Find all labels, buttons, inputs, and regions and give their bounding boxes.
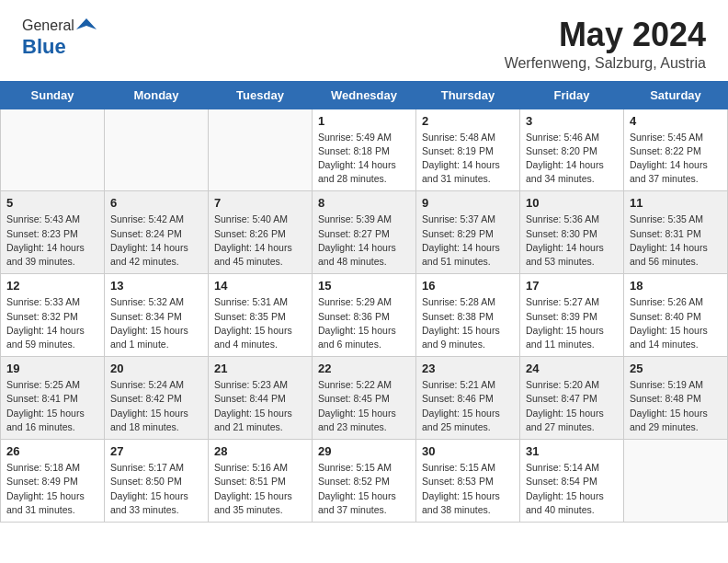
calendar-cell: 31Sunrise: 5:14 AMSunset: 8:54 PMDayligh… (520, 440, 624, 523)
day-number: 31 (526, 444, 618, 458)
day-number: 7 (214, 196, 306, 210)
calendar-header-monday: Monday (105, 81, 209, 109)
calendar-cell: 14Sunrise: 5:31 AMSunset: 8:35 PMDayligh… (209, 274, 313, 357)
day-info: Sunrise: 5:17 AMSunset: 8:50 PMDaylight:… (110, 461, 202, 517)
calendar-cell: 10Sunrise: 5:36 AMSunset: 8:30 PMDayligh… (520, 191, 624, 274)
calendar-cell: 28Sunrise: 5:16 AMSunset: 8:51 PMDayligh… (209, 440, 313, 523)
day-number: 3 (526, 114, 618, 128)
calendar-cell: 13Sunrise: 5:32 AMSunset: 8:34 PMDayligh… (105, 274, 209, 357)
day-info: Sunrise: 5:27 AMSunset: 8:39 PMDaylight:… (526, 295, 618, 351)
day-number: 12 (6, 279, 98, 293)
day-number: 5 (6, 196, 98, 210)
logo-text-blue: Blue (22, 35, 66, 58)
calendar-cell: 8Sunrise: 5:39 AMSunset: 8:27 PMDaylight… (313, 191, 416, 274)
calendar-cell: 17Sunrise: 5:27 AMSunset: 8:39 PMDayligh… (520, 274, 624, 357)
day-info: Sunrise: 5:49 AMSunset: 8:18 PMDaylight:… (318, 131, 410, 187)
calendar-week-row: 1Sunrise: 5:49 AMSunset: 8:18 PMDaylight… (1, 109, 728, 191)
day-number: 14 (214, 279, 306, 293)
calendar-cell: 7Sunrise: 5:40 AMSunset: 8:26 PMDaylight… (209, 191, 313, 274)
calendar-cell: 4Sunrise: 5:45 AMSunset: 8:22 PMDaylight… (624, 109, 728, 191)
calendar-header-friday: Friday (520, 81, 624, 109)
day-number: 25 (630, 362, 722, 375)
day-number: 23 (422, 362, 514, 375)
day-info: Sunrise: 5:40 AMSunset: 8:26 PMDaylight:… (214, 213, 306, 269)
calendar-cell: 5Sunrise: 5:43 AMSunset: 8:23 PMDaylight… (1, 191, 105, 274)
calendar-week-row: 5Sunrise: 5:43 AMSunset: 8:23 PMDaylight… (1, 191, 728, 274)
day-number: 21 (214, 362, 306, 375)
calendar-cell (105, 109, 209, 191)
calendar-header-wednesday: Wednesday (313, 81, 416, 109)
day-info: Sunrise: 5:29 AMSunset: 8:36 PMDaylight:… (318, 295, 410, 351)
calendar-cell (624, 440, 728, 523)
day-number: 17 (526, 279, 618, 293)
calendar-cell: 24Sunrise: 5:20 AMSunset: 8:47 PMDayligh… (520, 357, 624, 440)
calendar-cell: 12Sunrise: 5:33 AMSunset: 8:32 PMDayligh… (1, 274, 105, 357)
calendar-header-tuesday: Tuesday (209, 81, 313, 109)
day-info: Sunrise: 5:15 AMSunset: 8:53 PMDaylight:… (422, 461, 514, 517)
calendar-cell: 23Sunrise: 5:21 AMSunset: 8:46 PMDayligh… (416, 357, 520, 440)
calendar-cell: 26Sunrise: 5:18 AMSunset: 8:49 PMDayligh… (1, 440, 105, 523)
day-info: Sunrise: 5:15 AMSunset: 8:52 PMDaylight:… (318, 461, 410, 517)
day-info: Sunrise: 5:14 AMSunset: 8:54 PMDaylight:… (526, 461, 618, 517)
day-info: Sunrise: 5:24 AMSunset: 8:42 PMDaylight:… (110, 378, 202, 434)
logo-text-general: General (22, 17, 74, 34)
calendar-cell: 2Sunrise: 5:48 AMSunset: 8:19 PMDaylight… (416, 109, 520, 191)
day-info: Sunrise: 5:32 AMSunset: 8:34 PMDaylight:… (110, 295, 202, 351)
calendar-cell: 3Sunrise: 5:46 AMSunset: 8:20 PMDaylight… (520, 109, 624, 191)
day-info: Sunrise: 5:45 AMSunset: 8:22 PMDaylight:… (630, 131, 722, 187)
calendar-cell: 22Sunrise: 5:22 AMSunset: 8:45 PMDayligh… (313, 357, 416, 440)
calendar-table: SundayMondayTuesdayWednesdayThursdayFrid… (0, 81, 728, 523)
day-info: Sunrise: 5:31 AMSunset: 8:35 PMDaylight:… (214, 295, 306, 351)
calendar-cell: 1Sunrise: 5:49 AMSunset: 8:18 PMDaylight… (313, 109, 416, 191)
calendar-header-thursday: Thursday (416, 81, 520, 109)
day-info: Sunrise: 5:19 AMSunset: 8:48 PMDaylight:… (630, 378, 722, 434)
day-number: 22 (318, 362, 410, 375)
day-info: Sunrise: 5:37 AMSunset: 8:29 PMDaylight:… (422, 213, 514, 269)
day-number: 26 (6, 444, 98, 458)
calendar-cell: 27Sunrise: 5:17 AMSunset: 8:50 PMDayligh… (105, 440, 209, 523)
calendar-cell (1, 109, 105, 191)
calendar-cell: 9Sunrise: 5:37 AMSunset: 8:29 PMDaylight… (416, 191, 520, 274)
day-info: Sunrise: 5:20 AMSunset: 8:47 PMDaylight:… (526, 378, 618, 434)
day-info: Sunrise: 5:46 AMSunset: 8:20 PMDaylight:… (526, 131, 618, 187)
calendar-header-row: SundayMondayTuesdayWednesdayThursdayFrid… (1, 81, 728, 109)
day-number: 1 (318, 114, 410, 128)
calendar-cell: 19Sunrise: 5:25 AMSunset: 8:41 PMDayligh… (1, 357, 105, 440)
day-number: 15 (318, 279, 410, 293)
day-info: Sunrise: 5:28 AMSunset: 8:38 PMDaylight:… (422, 295, 514, 351)
main-title: May 2024 (505, 17, 706, 53)
calendar-week-row: 26Sunrise: 5:18 AMSunset: 8:49 PMDayligh… (1, 440, 728, 523)
calendar-cell: 18Sunrise: 5:26 AMSunset: 8:40 PMDayligh… (624, 274, 728, 357)
logo: General Blue (22, 17, 97, 59)
day-number: 27 (110, 444, 202, 458)
day-number: 20 (110, 362, 202, 375)
day-info: Sunrise: 5:25 AMSunset: 8:41 PMDaylight:… (6, 378, 98, 434)
calendar-cell: 11Sunrise: 5:35 AMSunset: 8:31 PMDayligh… (624, 191, 728, 274)
calendar-cell: 29Sunrise: 5:15 AMSunset: 8:52 PMDayligh… (313, 440, 416, 523)
day-info: Sunrise: 5:18 AMSunset: 8:49 PMDaylight:… (6, 461, 98, 517)
calendar-cell: 20Sunrise: 5:24 AMSunset: 8:42 PMDayligh… (105, 357, 209, 440)
calendar-cell (209, 109, 313, 191)
logo-bird-icon (76, 17, 97, 37)
day-number: 24 (526, 362, 618, 375)
day-info: Sunrise: 5:21 AMSunset: 8:46 PMDaylight:… (422, 378, 514, 434)
day-number: 6 (110, 196, 202, 210)
day-info: Sunrise: 5:35 AMSunset: 8:31 PMDaylight:… (630, 213, 722, 269)
day-number: 16 (422, 279, 514, 293)
day-number: 8 (318, 196, 410, 210)
day-info: Sunrise: 5:33 AMSunset: 8:32 PMDaylight:… (6, 295, 98, 351)
day-number: 9 (422, 196, 514, 210)
calendar-week-row: 19Sunrise: 5:25 AMSunset: 8:41 PMDayligh… (1, 357, 728, 440)
day-info: Sunrise: 5:22 AMSunset: 8:45 PMDaylight:… (318, 378, 410, 434)
page-header: General Blue May 2024 Werfenweng, Salzbu… (0, 0, 728, 81)
calendar-cell: 25Sunrise: 5:19 AMSunset: 8:48 PMDayligh… (624, 357, 728, 440)
day-info: Sunrise: 5:43 AMSunset: 8:23 PMDaylight:… (6, 213, 98, 269)
day-number: 29 (318, 444, 410, 458)
day-number: 19 (6, 362, 98, 375)
day-number: 11 (630, 196, 722, 210)
day-info: Sunrise: 5:16 AMSunset: 8:51 PMDaylight:… (214, 461, 306, 517)
day-number: 30 (422, 444, 514, 458)
day-number: 2 (422, 114, 514, 128)
day-info: Sunrise: 5:42 AMSunset: 8:24 PMDaylight:… (110, 213, 202, 269)
calendar-cell: 6Sunrise: 5:42 AMSunset: 8:24 PMDaylight… (105, 191, 209, 274)
